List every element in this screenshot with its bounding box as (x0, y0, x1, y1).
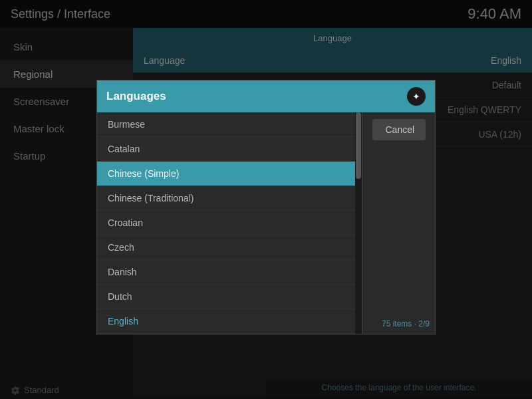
language-item-danish[interactable]: Danish (97, 260, 355, 285)
language-item-czech[interactable]: Czech (97, 235, 355, 260)
language-item-burmese[interactable]: Burmese (97, 112, 355, 137)
cancel-button[interactable]: Cancel (372, 119, 426, 140)
language-item-catalan[interactable]: Catalan (97, 137, 355, 162)
language-item-chinese-traditional[interactable]: Chinese (Traditional) (97, 186, 355, 211)
cancel-panel: Cancel 75 items · 2/9 (362, 112, 435, 334)
dialog-body: Burmese Catalan Chinese (Simple) Chinese… (97, 112, 435, 334)
scrollbar[interactable] (355, 112, 362, 334)
language-item-chinese-simple[interactable]: Chinese (Simple) (97, 162, 355, 186)
language-item-english[interactable]: English (97, 309, 355, 334)
dialog-title: Languages (106, 90, 166, 103)
languages-dialog: Languages ✦ Burmese Catalan Chinese (Sim… (96, 80, 436, 334)
language-list: Burmese Catalan Chinese (Simple) Chinese… (97, 112, 355, 334)
kodi-star-icon: ✦ (412, 91, 420, 102)
kodi-logo: ✦ (407, 87, 426, 106)
items-count: 75 items · 2/9 (379, 317, 432, 331)
language-item-dutch[interactable]: Dutch (97, 285, 355, 309)
dialog-header: Languages ✦ (97, 80, 435, 112)
scroll-thumb[interactable] (356, 112, 361, 179)
language-item-croatian[interactable]: Croatian (97, 211, 355, 235)
